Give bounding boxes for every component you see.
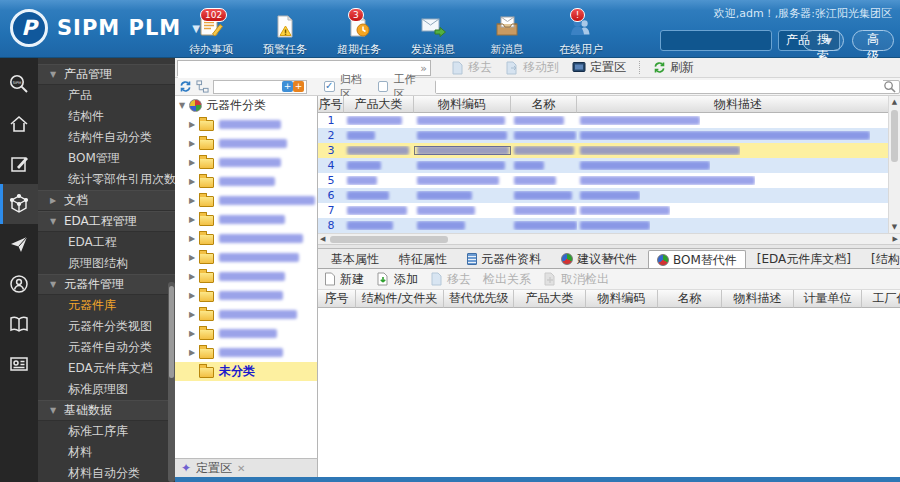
sidebar-scrollbar[interactable] <box>168 282 175 482</box>
tree-item[interactable]: 未分类 <box>175 362 317 381</box>
close-icon[interactable]: ✕ <box>237 463 245 474</box>
tree-root[interactable]: ▼ 元器件分类 <box>175 96 317 115</box>
table-row[interactable]: 6 <box>318 188 900 203</box>
tree-item[interactable]: ▶ <box>175 115 317 134</box>
column-header[interactable]: 工厂代码 <box>862 290 900 308</box>
detail-tab[interactable]: [EDA元件库文档] <box>748 249 860 268</box>
expand-arrow-icon[interactable]: ▶ <box>189 291 199 300</box>
add-button[interactable]: 添加 <box>376 271 418 288</box>
pinned-area-footer[interactable]: ✦ 定置区 ✕ <box>175 458 318 477</box>
nav-item[interactable]: 3 超期任务 <box>330 13 388 57</box>
new-button[interactable]: 新建 <box>324 271 364 288</box>
expand-arrow-icon[interactable]: ▶ <box>189 329 199 338</box>
tree-item[interactable]: ▶ <box>175 324 317 343</box>
expand-arrow-icon[interactable]: ▶ <box>189 253 199 262</box>
column-header[interactable]: 物料编码 <box>586 290 658 308</box>
sidebar-item[interactable]: EDA工程 <box>38 232 175 253</box>
tree-item[interactable]: ▶ <box>175 134 317 153</box>
table-row[interactable]: 5 <box>318 173 900 188</box>
tree-item[interactable]: ▶ <box>175 172 317 191</box>
app-logo[interactable]: P SIPM PLM ▼ <box>10 9 200 47</box>
scroll-right-icon[interactable]: ▶ <box>893 235 898 243</box>
nav-item[interactable]: ! 在线用户 <box>552 13 610 57</box>
strip-edit-icon[interactable] <box>0 144 38 184</box>
column-header[interactable]: 产品大类 <box>514 290 586 308</box>
detail-remove-button[interactable]: 移去 <box>430 271 471 288</box>
sidebar-scrollbar-thumb[interactable] <box>169 286 174 378</box>
expand-arrow-icon[interactable]: ▶ <box>189 196 199 205</box>
table-row[interactable]: 2 <box>318 128 900 143</box>
expand-arrow-icon[interactable]: ▶ <box>189 234 199 243</box>
scroll-left-icon[interactable]: ◀ <box>320 235 325 243</box>
sidebar-item[interactable]: 元器件自动分类 <box>38 337 175 358</box>
nav-item[interactable]: 102 待办事项 <box>182 13 240 57</box>
tree-item[interactable]: ▶ <box>175 210 317 229</box>
detail-tab[interactable]: [结构件] <box>862 249 900 268</box>
column-header[interactable]: 结构件/文件夹 <box>356 290 444 308</box>
undo-checkout-button[interactable]: 取消检出 <box>543 271 609 288</box>
expand-arrow-icon[interactable]: ▶ <box>189 120 199 129</box>
column-header[interactable]: 名称 <box>658 290 722 308</box>
sidebar-item[interactable]: BOM管理 <box>38 148 175 169</box>
sidebar-item[interactable]: ▼ 基础数据 <box>38 400 175 421</box>
archive-area-checkbox[interactable] <box>324 81 335 92</box>
sidebar-item[interactable]: 结构件 <box>38 106 175 127</box>
nav-item[interactable]: 新消息 <box>478 13 536 57</box>
detail-tab[interactable]: 元器件资料 <box>458 249 550 268</box>
strip-book-icon[interactable] <box>0 304 38 344</box>
sidebar-item[interactable]: 材料自动分类 <box>38 463 175 482</box>
strip-send-icon[interactable] <box>0 224 38 264</box>
column-header[interactable]: 序号 <box>318 290 356 308</box>
expand-arrow-icon[interactable]: ▶ <box>189 177 199 186</box>
table-row[interactable]: 8 <box>318 218 900 233</box>
tree-item[interactable]: ▶ <box>175 229 317 248</box>
sidebar-item[interactable]: EDA元件库文档 <box>38 358 175 379</box>
sidebar-item[interactable]: 标准原理图 <box>38 379 175 400</box>
table-row[interactable]: 7 <box>318 203 900 218</box>
nav-item[interactable]: 预警任务 <box>256 13 314 57</box>
sidebar-item[interactable]: 元器件库 <box>38 295 175 316</box>
scroll-down-icon[interactable]: ▼ <box>889 221 900 233</box>
advanced-search-button[interactable]: 高级 <box>852 30 894 51</box>
horizontal-scrollbar-thumb[interactable] <box>330 236 448 243</box>
strip-home-icon[interactable] <box>0 104 38 144</box>
detail-tab[interactable]: 建议替代件 <box>552 249 646 268</box>
tree-search-input[interactable] <box>214 81 282 92</box>
work-area-checkbox[interactable] <box>378 81 389 92</box>
vertical-scrollbar[interactable]: ▲ ▼ <box>888 96 900 233</box>
strip-structure-icon[interactable] <box>0 184 38 224</box>
expand-arrow-icon[interactable]: ▶ <box>189 348 199 357</box>
expand-arrow-icon[interactable]: ▶ <box>189 272 199 281</box>
table-row[interactable]: 1 <box>318 113 900 128</box>
sidebar-item[interactable]: 标准工序库 <box>38 421 175 442</box>
column-header[interactable]: 名称 <box>511 96 577 113</box>
expand-arrow-icon[interactable]: ▶ <box>189 215 199 224</box>
tree-refresh-icon[interactable] <box>179 80 192 93</box>
sidebar-item[interactable]: ▼ 元器件管理 <box>38 274 175 295</box>
tree-item[interactable]: ▶ <box>175 305 317 324</box>
expand-arrow-icon[interactable]: ▶ <box>189 139 199 148</box>
sidebar-item[interactable]: ▼ EDA工程管理 <box>38 211 175 232</box>
expand-arrow-icon[interactable]: ▼ <box>179 101 189 110</box>
column-header[interactable]: 序号 <box>318 96 344 113</box>
detail-tab[interactable]: 基本属性 <box>322 249 388 268</box>
sidebar-item[interactable]: ▼ 产品管理 <box>38 64 175 85</box>
detail-tab[interactable]: 特征属性 <box>390 249 456 268</box>
column-header[interactable]: 替代优先级 <box>444 290 514 308</box>
global-search-input[interactable] <box>660 30 772 51</box>
column-header[interactable]: 物料描述 <box>577 96 900 113</box>
sidebar-item[interactable]: 材料 <box>38 442 175 463</box>
sidebar-item[interactable]: 统计零部件引用次数 <box>38 169 175 190</box>
strip-idcard-icon[interactable] <box>0 344 38 384</box>
nav-item[interactable]: 发送消息 <box>404 13 462 57</box>
tree-item[interactable]: ▶ <box>175 267 317 286</box>
tree-item[interactable]: ▶ <box>175 343 317 362</box>
grid-search-input[interactable] <box>436 80 883 93</box>
search-icon[interactable] <box>883 80 896 93</box>
locate-up-button[interactable]: + <box>293 81 304 92</box>
vertical-scrollbar-thumb[interactable] <box>891 110 898 162</box>
tree-item[interactable]: ▶ <box>175 248 317 267</box>
column-header[interactable]: 物料描述 <box>722 290 794 308</box>
tree-item[interactable]: ▶ <box>175 286 317 305</box>
expand-arrow-icon[interactable]: ▶ <box>189 310 199 319</box>
